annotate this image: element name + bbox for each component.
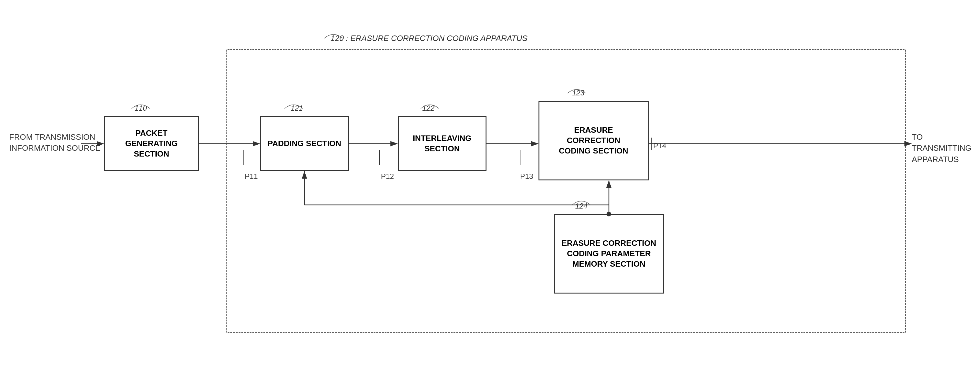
block-num-123: 123 (572, 89, 584, 97)
block-num-121: 121 (291, 104, 303, 112)
block-num-110: 110 (135, 104, 147, 112)
erasure-coding-block: ERASURECORRECTIONCODING SECTION (538, 101, 649, 181)
packet-generating-block: PACKETGENERATINGSECTION (104, 116, 199, 171)
apparatus-label: 120 : ERASURE CORRECTION CODING APPARATU… (331, 33, 528, 43)
erasure-coding-label: ERASURECORRECTIONCODING SECTION (559, 125, 628, 156)
from-source-label: FROM TRANSMISSIONINFORMATION SOURCE (9, 132, 101, 154)
block-num-124: 124 (575, 202, 587, 211)
block-num-122: 122 (422, 104, 434, 112)
p13-label: P13 (520, 171, 533, 182)
interleaving-block: INTERLEAVINGSECTION (398, 116, 487, 171)
p12-label: P12 (381, 171, 394, 182)
padding-label: PADDING SECTION (268, 138, 342, 149)
interleaving-label: INTERLEAVINGSECTION (413, 133, 471, 154)
memory-block: ERASURE CORRECTIONCODING PARAMETERMEMORY… (554, 214, 664, 293)
diagram-container: 120 : ERASURE CORRECTION CODING APPARATU… (0, 0, 980, 366)
memory-label: ERASURE CORRECTIONCODING PARAMETERMEMORY… (562, 238, 656, 269)
p14-label: P14 (653, 141, 667, 151)
p11-label: P11 (245, 171, 258, 182)
padding-block: PADDING SECTION (260, 116, 349, 171)
to-transmitting-label: TO TRANSMITTINGAPPARATUS (912, 132, 980, 165)
packet-generating-label: PACKETGENERATINGSECTION (125, 128, 177, 159)
